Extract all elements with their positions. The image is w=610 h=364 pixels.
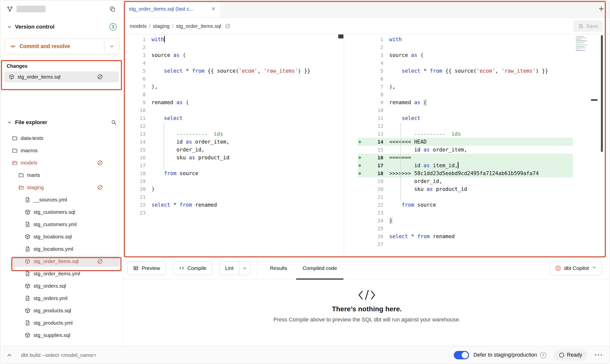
left-pane-scrollbar-thumb[interactable] — [338, 34, 343, 38]
command-bar-input[interactable]: dbt build --select <model_name> — [21, 352, 96, 358]
code-line[interactable]: 15 order_id, — [123, 146, 344, 154]
code-line[interactable]: 13 ---------- ids — [358, 130, 610, 138]
commit-button-main[interactable]: Commit and resolve — [4, 39, 104, 54]
code-line[interactable]: 13 ---------- ids — [123, 130, 344, 138]
discard-changes-icon[interactable] — [97, 184, 103, 190]
defer-toggle[interactable] — [454, 351, 469, 359]
discard-changes-icon[interactable] — [97, 258, 103, 264]
code-line[interactable]: 17 — [123, 162, 344, 169]
discard-changes-icon[interactable] — [97, 74, 103, 80]
preview-button[interactable]: Preview — [127, 261, 166, 275]
save-button[interactable]: Save — [573, 20, 603, 32]
code-line[interactable]: 11 select — [358, 114, 610, 122]
lint-button[interactable]: Lint — [220, 262, 239, 275]
code-line[interactable]: 1with — [123, 35, 344, 43]
overflow-menu-button[interactable]: ··· — [594, 351, 603, 359]
version-control-header[interactable]: Version control 1 — [0, 21, 123, 33]
editor-tab[interactable]: stg_order_items.sql (last c... × — [123, 0, 221, 17]
code-line[interactable]: 19 order_id, — [358, 177, 610, 185]
code-line[interactable]: 25 — [358, 225, 610, 232]
code-line[interactable]: 3source as ( — [123, 51, 344, 59]
code-line[interactable]: 23 — [358, 209, 610, 217]
changed-file-stg_order_items.sql[interactable]: stg_order_items.sql — [4, 71, 119, 82]
tree-item-stg_order_items.yml[interactable]: stg_order_items.yml — [0, 267, 123, 280]
compile-button[interactable]: Compile — [173, 261, 212, 275]
code-line[interactable]: 15 id as order_item, — [358, 146, 610, 154]
search-icon[interactable] — [111, 119, 117, 125]
tree-item-macros[interactable]: macros — [0, 144, 123, 157]
code-line[interactable]: 22select * from renamed — [123, 201, 344, 209]
code-line[interactable]: 8 — [358, 91, 610, 99]
code-line[interactable]: 3source as ( — [358, 51, 610, 59]
code-line[interactable]: 1with — [358, 35, 610, 43]
tree-item-data-tests[interactable]: data-tests — [0, 132, 123, 144]
tab-compiled-code[interactable]: Compiled code — [296, 257, 343, 279]
tree-item-stg_order_items.sql[interactable]: stg_order_items.sql — [0, 255, 123, 267]
help-icon[interactable]: ? — [540, 352, 546, 358]
code-line[interactable]: +17 id as item_id, — [358, 162, 610, 169]
code-line[interactable]: 20 sku as product_id — [358, 185, 610, 193]
tree-item-models[interactable]: models — [0, 157, 123, 169]
code-line[interactable]: 11 select — [123, 114, 344, 122]
tree-item-__sources.yml[interactable]: __sources.yml — [0, 194, 123, 206]
code-line[interactable]: 20) — [123, 185, 344, 193]
discard-changes-icon[interactable] — [97, 160, 103, 166]
tree-item-marts[interactable]: marts — [0, 169, 123, 181]
minimap-slider[interactable] — [591, 99, 597, 101]
new-tab-button[interactable]: + — [599, 0, 604, 17]
code-line[interactable]: 22 from source — [358, 201, 610, 209]
diff-pane-modified[interactable]: 1with23source as (45 select * from {{ so… — [344, 34, 610, 257]
code-line[interactable]: 8 — [123, 91, 344, 99]
code-line[interactable]: 6 — [123, 75, 344, 83]
tree-item-stg_customers.yml[interactable]: stg_customers.yml — [0, 218, 123, 231]
code-line[interactable]: 12 — [358, 122, 610, 130]
code-line[interactable]: 19 — [123, 177, 344, 185]
code-line[interactable]: 21 — [123, 193, 344, 201]
code-line[interactable]: 7), — [358, 83, 610, 91]
tree-item-stg_products.yml[interactable]: stg_products.yml — [0, 317, 123, 329]
code-line[interactable]: 16 sku as product_id — [123, 154, 344, 162]
code-line[interactable]: 9renamed as ( — [358, 99, 610, 106]
code-line[interactable]: 23 — [123, 209, 344, 217]
code-line[interactable]: 9renamed as ( — [123, 99, 344, 106]
tab-close-icon[interactable]: × — [211, 6, 215, 12]
minimap[interactable] — [575, 35, 591, 52]
code-line[interactable]: 12 — [123, 122, 344, 130]
tab-results[interactable]: Results — [264, 257, 294, 279]
copy-icon[interactable] — [109, 6, 116, 12]
code-line[interactable]: 2 — [123, 43, 344, 51]
git-fork-icon[interactable] — [7, 6, 13, 12]
tree-item-stg_customers.sql[interactable]: stg_customers.sql — [0, 206, 123, 218]
lint-dropdown[interactable] — [239, 262, 250, 275]
code-line[interactable]: 21 — [358, 193, 610, 201]
dbt-copilot-button[interactable]: dbt Copilot — [550, 261, 602, 275]
code-line[interactable]: 4 — [358, 59, 610, 67]
status-ready-pill[interactable]: Ready — [554, 349, 588, 361]
code-line[interactable]: 6 — [358, 75, 610, 83]
code-line[interactable]: 5 select * from {{ source('ecom', 'raw_i… — [123, 67, 344, 75]
diff-pane-original[interactable]: 1with23source as (45 select * from {{ so… — [123, 34, 344, 257]
tree-item-stg_supplies.sql[interactable]: stg_supplies.sql — [0, 329, 123, 341]
code-line[interactable]: 4 — [123, 59, 344, 67]
code-line[interactable]: 24) — [358, 217, 610, 225]
code-line[interactable]: 2 — [358, 43, 610, 51]
code-line[interactable]: 14 id as order_item, — [123, 138, 344, 146]
code-line[interactable]: +18>>>>>>> 58c1dd23d5eebd9cd2495fa7124ab… — [358, 169, 610, 177]
code-line[interactable]: 7), — [123, 83, 344, 91]
right-scrollbar-thumb[interactable] — [601, 35, 603, 152]
code-line[interactable]: 26select * from renamed — [358, 232, 610, 240]
tree-item-staging[interactable]: staging — [0, 181, 123, 194]
commit-button-dropdown[interactable] — [104, 39, 119, 54]
code-line[interactable]: +14<<<<<<< HEAD — [358, 138, 610, 146]
tree-item-stg_orders.sql[interactable]: stg_orders.sql — [0, 280, 123, 292]
code-line[interactable]: +16======= — [358, 154, 610, 162]
file-explorer-header[interactable]: File explorer — [0, 116, 123, 129]
code-line[interactable]: 5 select * from {{ source('ecom', 'raw_i… — [358, 67, 610, 75]
code-line[interactable]: 10 — [358, 106, 610, 114]
code-line[interactable]: 18 from source — [123, 169, 344, 177]
code-line[interactable]: 27 — [358, 240, 610, 248]
code-line[interactable]: 10 — [123, 106, 344, 114]
tree-item-stg_orders.yml[interactable]: stg_orders.yml — [0, 292, 123, 304]
chevron-up-icon[interactable] — [6, 352, 13, 358]
tree-item-stg_products.sql[interactable]: stg_products.sql — [0, 304, 123, 317]
